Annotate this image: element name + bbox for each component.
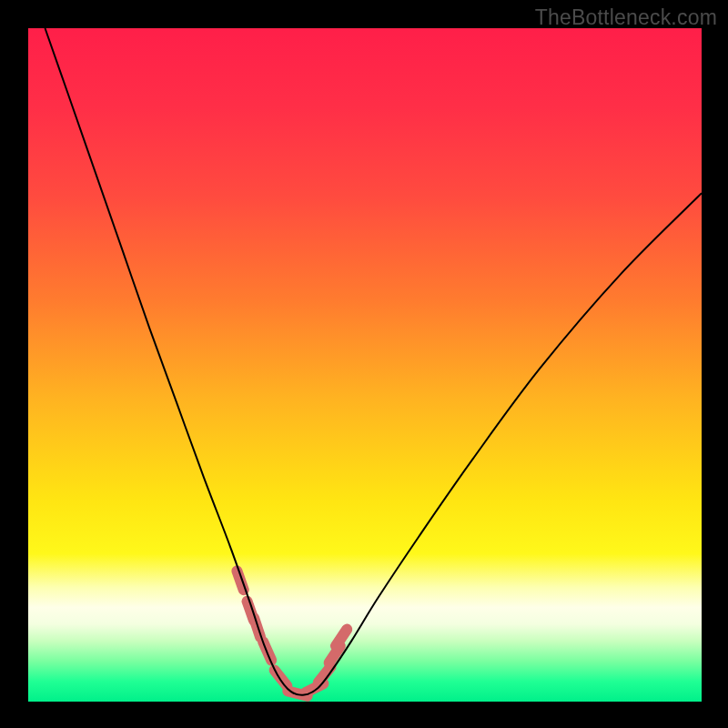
- chart-stage: TheBottleneck.com: [0, 0, 728, 728]
- svg-rect-0: [28, 28, 702, 702]
- chart-background-gradient: [28, 28, 702, 702]
- watermark-label: TheBottleneck.com: [535, 5, 717, 30]
